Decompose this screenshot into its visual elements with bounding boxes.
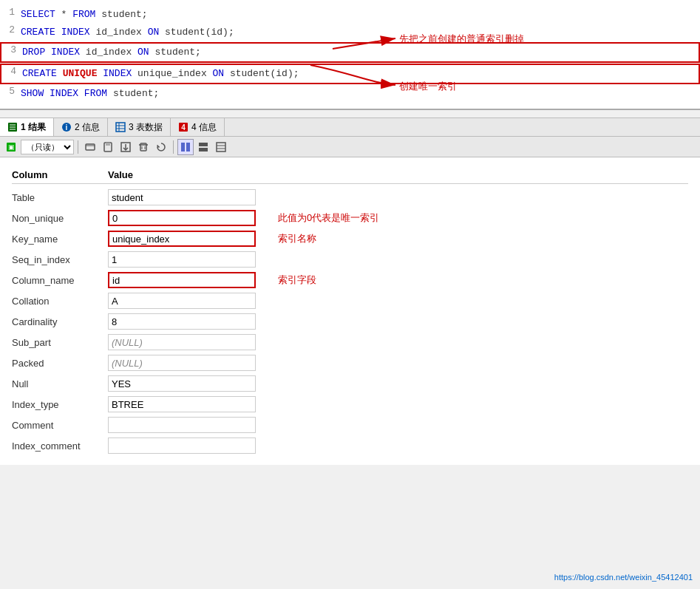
row-col-value: [108, 189, 256, 205]
row-value-input[interactable]: [108, 355, 256, 371]
row-value-input[interactable]: [108, 210, 256, 226]
row-value-input[interactable]: [108, 189, 256, 205]
row-value-input[interactable]: [108, 293, 256, 309]
row-annotation-Key_name: 索引名称: [278, 232, 316, 245]
token-kw-on: ON: [137, 47, 149, 58]
row-value-input[interactable]: [108, 417, 256, 433]
row-col-name: Comment: [12, 420, 108, 431]
toolbar-btn-layout2[interactable]: [195, 139, 211, 155]
row-col-value: [108, 231, 256, 247]
table-row: Comment: [12, 415, 688, 435]
token-kw-select: SELECT: [21, 9, 55, 20]
line-number-2: 2: [0, 24, 21, 35]
grid-header: Column Value: [12, 166, 688, 184]
token-txt-normal: student;: [107, 88, 159, 99]
line-content-2[interactable]: CREATE INDEX id_index ON student(id);: [21, 24, 700, 41]
row-col-value: [108, 251, 256, 268]
export-button[interactable]: ▣: [3, 139, 19, 155]
token-txt-normal: [55, 27, 61, 38]
svg-rect-25: [181, 143, 185, 151]
readonly-select[interactable]: （只读）: [21, 140, 74, 154]
tab-info4[interactable]: 44 信息: [171, 118, 225, 136]
svg-rect-28: [199, 148, 208, 151]
sql-editor-wrapper: 1SELECT * FROM student;2CREATE INDEX id_…: [0, 0, 700, 118]
tab-info[interactable]: i2 信息: [54, 118, 108, 136]
tab-label-info: 2 信息: [75, 121, 100, 134]
line-content-3[interactable]: DROP INDEX id_index ON student;: [22, 44, 699, 61]
row-value-input[interactable]: [108, 396, 256, 412]
token-kw-on: ON: [148, 27, 160, 38]
line-content-1[interactable]: SELECT * FROM student;: [21, 7, 700, 23]
tab-results[interactable]: 1 结果: [0, 118, 54, 136]
row-annotation-Column_name: 索引字段: [278, 273, 316, 287]
row-col-value: [108, 355, 256, 371]
token-txt-normal: id_index: [90, 27, 148, 38]
sql-line-2: 2CREATE INDEX id_index ON student(id);: [0, 24, 700, 41]
row-col-name: Seq_in_index: [12, 254, 108, 265]
token-txt-normal: [78, 88, 84, 99]
sql-line-5: 5SHOW INDEX FROM student;: [0, 85, 700, 103]
row-col-value: [108, 396, 256, 412]
tab-icon-results: [7, 122, 18, 132]
row-col-value: [108, 334, 256, 350]
token-kw-show: SHOW: [21, 88, 44, 99]
line-number-1: 1: [0, 7, 21, 18]
data-grid: Column Value TableNon_unique此值为0代表是唯一索引K…: [12, 166, 688, 456]
table-row: Collation: [12, 290, 688, 311]
tab-icon-info: i: [61, 122, 72, 132]
token-kw-unique: UNIQUE: [63, 68, 98, 79]
table-row: Index_type: [12, 394, 688, 415]
row-value-input[interactable]: [108, 313, 256, 330]
toolbar-btn-5[interactable]: [153, 139, 169, 155]
svg-rect-27: [199, 143, 208, 146]
sql-line-1: 1SELECT * FROM student;: [0, 6, 700, 24]
token-kw-drop: DROP: [22, 47, 45, 58]
row-col-name: Collation: [12, 296, 108, 307]
row-value-input[interactable]: [108, 231, 256, 247]
row-value-input[interactable]: [108, 438, 256, 454]
line-content-5[interactable]: SHOW INDEX FROM student;: [21, 86, 700, 102]
table-row: Cardinality: [12, 311, 688, 332]
separator-2: [173, 140, 174, 154]
token-kw-from: FROM: [72, 9, 95, 20]
svg-text:i: i: [66, 123, 68, 132]
token-txt-normal: [44, 88, 50, 99]
svg-rect-29: [217, 143, 225, 151]
tab-icon-tabledata: [115, 122, 126, 132]
toolbar-btn-4[interactable]: [135, 139, 152, 155]
row-col-value: [108, 272, 256, 288]
annotation-line5: 创建唯一索引: [399, 80, 457, 93]
token-kw-on: ON: [212, 68, 224, 79]
row-value-input[interactable]: [108, 375, 256, 392]
token-kw-from: FROM: [84, 88, 107, 99]
row-col-name: Index_type: [12, 399, 108, 410]
table-row: Table: [12, 187, 688, 208]
token-kw-index: INDEX: [50, 88, 78, 99]
toolbar-btn-layout3[interactable]: [213, 139, 229, 155]
row-col-value: [108, 375, 256, 392]
toolbar-btn-3[interactable]: [118, 139, 134, 155]
line-content-4[interactable]: CREATE UNIQUE INDEX unique_index ON stud…: [22, 66, 699, 82]
tab-tabledata[interactable]: 3 表数据: [108, 118, 171, 136]
row-col-value: [108, 210, 256, 226]
row-col-name: Column_name: [12, 275, 108, 286]
annotation-line3: 先把之前创建的普通索引删掉: [399, 33, 524, 46]
toolbar-btn-2[interactable]: [100, 139, 116, 155]
row-col-name: Packed: [12, 358, 108, 369]
row-col-value: [108, 313, 256, 330]
sql-line-3: 3DROP INDEX id_index ON student;: [0, 42, 700, 63]
row-col-value: [108, 438, 256, 454]
table-row: Index_comment: [12, 435, 688, 456]
row-col-value: [108, 293, 256, 309]
toolbar-btn-layout1[interactable]: [177, 139, 194, 155]
row-value-input[interactable]: [108, 272, 256, 288]
svg-rect-18: [106, 143, 110, 146]
row-value-input[interactable]: [108, 251, 256, 268]
token-kw-index: INDEX: [103, 68, 132, 79]
row-annotation-Non_unique: 此值为0代表是唯一索引: [278, 211, 379, 225]
row-value-input[interactable]: [108, 334, 256, 350]
toolbar-btn-1[interactable]: [82, 139, 98, 155]
row-col-name: Cardinality: [12, 316, 108, 327]
sql-editor: 1SELECT * FROM student;2CREATE INDEX id_…: [0, 0, 700, 110]
tab-label-results: 1 结果: [21, 121, 46, 134]
